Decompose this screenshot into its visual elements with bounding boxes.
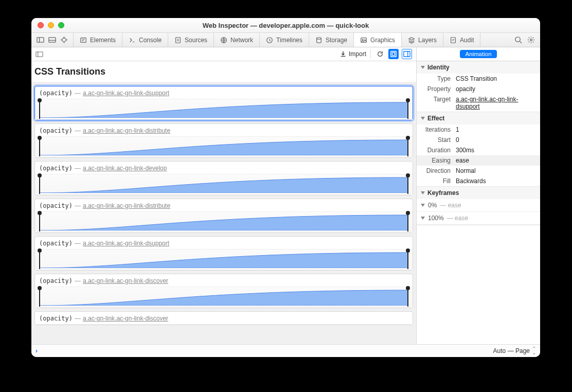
transition-item[interactable]: (opacity) — a.ac-gn-link.ac-gn-link-dsup… [34,86,413,120]
reload-button[interactable] [375,49,385,59]
keyframe-marker-end[interactable] [407,100,408,119]
transition-header: (opacity) — a.ac-gn-link.ac-gn-link-dist… [35,124,413,137]
transition-item[interactable]: (opacity) — a.ac-gn-link.ac-gn-link-dist… [34,123,413,158]
footer: › Auto — Page ⌃⌄ [31,344,540,357]
disclosure-triangle-icon [421,204,425,207]
animation-badge[interactable]: Animation [460,50,496,58]
content-area[interactable]: CSS Transitions (opacity) — a.ac-gn-link… [31,61,416,344]
tab-layers[interactable]: Layers [402,33,443,47]
close-window-button[interactable] [38,22,44,28]
timelines-icon [266,37,273,44]
dock-left-icon[interactable] [37,36,44,44]
svg-rect-0 [37,38,44,42]
keyframe-marker-end[interactable] [407,251,408,269]
transition-target-link[interactable]: a.ac-gn-link.ac-gn-link-dsupport [83,240,169,247]
identity-property-value: opacity [456,85,536,93]
inspector-window: Web Inspector — developer.apple.com — qu… [31,18,540,357]
transition-graph[interactable] [35,99,413,120]
transition-target-link[interactable]: a.ac-gn-link.ac-gn-link-dsupport [83,90,169,97]
section-title: CSS Transitions [31,61,416,83]
section-identity[interactable]: Identity [417,61,540,74]
console-prompt-icon[interactable]: › [35,347,38,354]
keyframe-marker-end[interactable] [407,213,408,231]
tab-elements[interactable]: Elements [73,33,122,47]
transition-header: (opacity) — a.ac-gn-link.ac-gn-link-dsup… [35,237,413,250]
dock-bottom-icon[interactable] [48,36,56,44]
keyframe-marker-end[interactable] [407,175,408,194]
details-sidebar: Animation Identity TypeCSS Transition Pr… [416,47,540,344]
identity-type-value: CSS Transition [456,75,536,82]
minimize-window-button[interactable] [48,22,54,28]
keyframe-easing: — ease [440,202,461,209]
navigation-sidebar-icon[interactable] [35,50,43,58]
transition-graph[interactable] [35,287,413,308]
import-button[interactable]: Import [339,50,366,58]
chevron-updown-icon: ⌃⌄ [532,347,536,355]
keyframe-percent: 0% [428,202,437,209]
keyframe-marker-start[interactable] [39,100,40,119]
transition-target-link[interactable]: a.ac-gn-link.ac-gn-link-discover [83,277,168,284]
transition-graph[interactable] [35,212,413,233]
tab-sources[interactable]: Sources [168,33,214,47]
section-keyframes[interactable]: Keyframes [417,187,540,199]
audit-icon [450,37,457,44]
transition-item[interactable]: (opacity) — a.ac-gn-link.ac-gn-link-dsup… [34,236,413,271]
transition-graph[interactable] [35,174,413,195]
transition-item[interactable]: (opacity) — a.ac-gn-link.ac-gn-link-disc… [34,274,413,308]
transition-target-link[interactable]: a.ac-gn-link.ac-gn-link-distribute [83,127,170,134]
transition-property: (opacity) [39,165,73,172]
full-collection-toggle[interactable] [388,49,399,59]
transition-item[interactable]: (opacity) — a.ac-gn-link.ac-gn-link-dist… [34,199,413,233]
effect-direction-value: Normal [456,167,536,174]
transition-item[interactable]: (opacity) — a.ac-gn-link.ac-gn-link-deve… [34,161,413,195]
keyframe-row[interactable]: 0% — ease [417,199,540,212]
svg-point-4 [62,38,66,42]
svg-point-17 [515,37,520,42]
tab-graphics[interactable]: Graphics [354,33,402,47]
transition-graph[interactable] [35,137,413,157]
effect-easing-value[interactable]: ease [456,157,536,164]
svg-rect-24 [404,51,410,57]
tab-console[interactable]: Console [122,33,168,47]
main-pane: Import CSS Transitions (opacity) — a.ac-… [31,47,416,344]
disclosure-triangle-icon [421,217,425,220]
tab-storage[interactable]: Storage [309,33,354,47]
zoom-window-button[interactable] [58,22,64,28]
effect-duration-value: 300ms [456,147,536,154]
transition-target-link[interactable]: a.ac-gn-link.ac-gn-link-distribute [83,202,170,209]
main-toolbar: Import [31,47,416,61]
keyframe-row[interactable]: 100% — ease [417,212,540,225]
transition-header: (opacity) — a.ac-gn-link.ac-gn-link-dsup… [35,86,413,99]
transition-property: (opacity) [39,315,73,322]
keyframe-marker-start[interactable] [39,175,40,194]
search-icon[interactable] [514,36,522,44]
svg-rect-20 [36,51,43,56]
transition-property: (opacity) [39,202,73,209]
details-sidebar-toggle[interactable] [402,49,412,59]
tab-bar: ElementsConsoleSourcesNetworkTimelinesSt… [31,33,540,47]
keyframe-marker-start[interactable] [39,288,40,307]
undock-icon[interactable] [60,36,68,44]
identity-target-link[interactable]: a.ac-gn-link.ac-gn-link-dsupport [456,96,536,110]
tab-network[interactable]: Network [214,33,260,47]
keyframe-marker-start[interactable] [39,213,40,231]
keyframe-marker-end[interactable] [407,288,408,307]
keyframe-marker-end[interactable] [407,138,408,156]
gear-icon[interactable] [527,36,535,44]
disclosure-triangle-icon [421,66,425,69]
transition-target-link[interactable]: a.ac-gn-link.ac-gn-link-develop [83,165,167,172]
tab-audit[interactable]: Audit [443,33,480,47]
tab-timelines[interactable]: Timelines [260,33,309,47]
context-selector[interactable]: Auto — Page ⌃⌄ [493,347,536,355]
svg-point-15 [362,39,363,40]
transition-graph[interactable] [35,250,413,270]
transition-item[interactable]: (opacity) — a.ac-gn-link.ac-gn-link-disc… [34,311,413,325]
storage-icon [315,37,323,44]
section-effect[interactable]: Effect [417,112,540,124]
transition-target-link[interactable]: a.ac-gn-link.ac-gn-link-discover [83,315,168,322]
keyframe-marker-start[interactable] [39,251,40,269]
keyframe-marker-start[interactable] [39,138,40,156]
transition-header: (opacity) — a.ac-gn-link.ac-gn-link-deve… [35,162,413,174]
body: Import CSS Transitions (opacity) — a.ac-… [31,47,540,344]
keyframe-easing: — ease [447,215,468,222]
